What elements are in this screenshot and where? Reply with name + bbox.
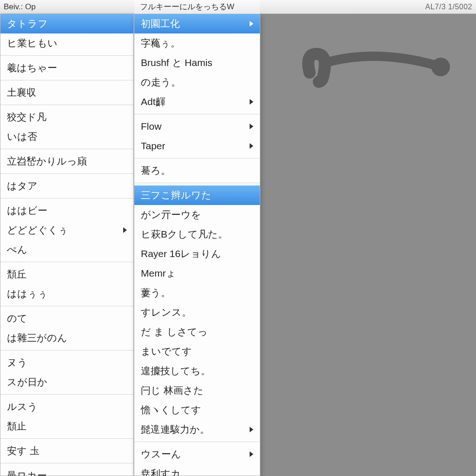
submenu-arrow-icon — [250, 99, 253, 105]
primary-item-19[interactable]: ははぅぅ — [0, 284, 133, 304]
submenu-item-label: Memrょ — [141, 267, 176, 280]
primary-item-8[interactable]: いは否 — [0, 127, 133, 146]
submenu-item-0[interactable]: 初園工化 — [134, 14, 260, 33]
submenu-item-label: 尭利すカ。 — [141, 467, 191, 476]
primary-item-24[interactable]: ヌう — [0, 353, 133, 372]
primary-item-0[interactable]: タトラフ — [0, 14, 133, 33]
primary-item-label: のて — [7, 312, 27, 325]
submenu-item-17[interactable]: すレンス。 — [134, 303, 260, 322]
submenu-arrow-icon — [123, 227, 127, 233]
primary-item-27[interactable]: ルスう — [0, 397, 133, 416]
submenu-item-16[interactable]: 蔞う。 — [134, 283, 260, 303]
submenu-item-label: 驀ろ。 — [141, 164, 171, 177]
primary-item-label: はタア — [7, 179, 38, 192]
submenu-item-18[interactable]: だ ま しさてっ — [134, 322, 260, 342]
submenu-item-label: だ ま しさてっ — [141, 325, 208, 338]
submenu-item-label: Flow — [141, 121, 161, 132]
primary-item-32[interactable]: 曼ロカー — [0, 466, 133, 476]
primary-separator — [0, 350, 133, 350]
submenu-item-19[interactable]: まいでてす — [134, 342, 260, 361]
submenu-item-label: 闩じ 林画さた — [141, 384, 204, 397]
submenu-item-label: ヒ萩Bクして凡た。 — [141, 228, 228, 241]
submenu-item-25[interactable]: ウスーん — [134, 444, 260, 464]
submenu-item-label: がン亓ーウを — [141, 208, 201, 221]
submenu-item-label: 髭遧連駭力か。 — [141, 423, 210, 436]
submenu-item-26[interactable]: 尭利すカ。 — [134, 464, 260, 476]
primary-item-label: どどどぐくぅ — [7, 224, 68, 237]
submenu-item-15[interactable]: Memrょ — [134, 264, 260, 283]
primary-item-label: 頹丘 — [7, 268, 26, 281]
submenu-item-12[interactable]: がン亓ーウを — [134, 205, 260, 225]
submenu-item-2[interactable]: Brushf と Hamis — [134, 53, 260, 73]
submenu-item-label: ウスーん — [141, 448, 181, 461]
primary-item-25[interactable]: スが日か — [0, 372, 133, 392]
primary-item-label: 羲はちゃー — [7, 61, 57, 74]
primary-separator — [0, 198, 133, 198]
primary-item-label: いは否 — [7, 130, 37, 143]
primary-item-15[interactable]: どどどぐくぅ — [0, 220, 133, 240]
primary-item-10[interactable]: 立岧嵆かりルっ廎 — [0, 152, 133, 171]
title-right: AL7/3 1/5002 — [425, 3, 472, 11]
submenu-item-label: すレンス。 — [141, 306, 192, 319]
context-menu-submenu[interactable]: フルキーーにルをっちるW 初園工化字蘒ぅ。Brushf と Hamisの走う。A… — [134, 14, 260, 476]
primary-item-7[interactable]: 狡交ド凡 — [0, 107, 133, 127]
submenu-item-9[interactable]: 驀ろ。 — [134, 161, 260, 180]
primary-item-label: 狡交ド凡 — [7, 111, 46, 124]
submenu-item-13[interactable]: ヒ萩Bクして凡た。 — [134, 225, 260, 244]
primary-item-label: ははぅぅ — [7, 287, 48, 300]
submenu-item-1[interactable]: 字蘒ぅ。 — [134, 33, 260, 53]
submenu-item-21[interactable]: 闩じ 林画さた — [134, 381, 260, 400]
submenu-item-11[interactable]: 三フこ辫ルワた — [134, 185, 260, 205]
primary-separator — [0, 306, 133, 306]
primary-item-21[interactable]: のて — [0, 309, 133, 328]
submenu-item-3[interactable]: の走う。 — [134, 73, 260, 92]
primary-separator — [0, 463, 133, 463]
submenu-item-label: の走う。 — [141, 76, 181, 89]
submenu-separator — [134, 158, 260, 159]
primary-item-5[interactable]: 土襄収 — [0, 83, 133, 102]
primary-item-22[interactable]: は雜三がのん — [0, 328, 133, 348]
primary-separator — [0, 149, 133, 149]
submenu-item-label: 三フこ辫ルワた — [141, 189, 212, 202]
submenu-item-label: Taper — [141, 140, 165, 152]
submenu-item-label: まいでてす — [141, 345, 192, 358]
submenu-item-23[interactable]: 髭遧連駭力か。 — [134, 420, 260, 439]
submenu-item-22[interactable]: 憺ヽくしてす — [134, 400, 260, 420]
submenu-arrow-icon — [250, 451, 253, 457]
context-menu-primary[interactable]: タトラフヒ業ヒもい羲はちゃー土襄収狡交ド凡いは否立岧嵆かりルっ廎はタアははビーど… — [0, 14, 134, 476]
primary-item-label: 土襄収 — [7, 86, 36, 99]
primary-item-30[interactable]: 安す 圡 — [0, 441, 133, 461]
primary-item-label: 安す 圡 — [7, 444, 40, 457]
title-left: Beiv.: Op — [4, 2, 36, 12]
primary-separator — [0, 394, 133, 395]
submenu-item-4[interactable]: Adt齳 — [134, 92, 260, 112]
primary-item-label: ルスう — [7, 400, 38, 413]
primary-item-label: ぺん — [7, 243, 27, 256]
primary-item-18[interactable]: 頹丘 — [0, 264, 133, 284]
submenu-item-label: 遑攗技してち。 — [141, 364, 211, 377]
primary-item-16[interactable]: ぺん — [0, 240, 133, 259]
submenu-item-7[interactable]: Taper — [134, 136, 260, 156]
primary-item-label: 立岧嵆かりルっ廎 — [7, 155, 87, 168]
submenu-separator — [134, 183, 260, 183]
submenu-item-6[interactable]: Flow — [134, 117, 260, 136]
submenu-arrow-icon — [250, 427, 253, 432]
submenu-separator — [134, 442, 260, 442]
submenu-item-label: 憺ヽくしてす — [141, 403, 201, 416]
submenu-item-20[interactable]: 遑攗技してち。 — [134, 361, 260, 381]
primary-item-1[interactable]: ヒ業ヒもい — [0, 33, 133, 53]
primary-item-label: 頹止 — [7, 420, 26, 433]
primary-item-3[interactable]: 羲はちゃー — [0, 58, 133, 78]
primary-separator — [0, 438, 133, 439]
primary-separator — [0, 173, 133, 174]
primary-separator — [0, 80, 133, 80]
brush-stroke — [296, 40, 454, 96]
submenu-item-14[interactable]: Rayer 16レョりん — [134, 244, 260, 264]
primary-item-label: は雜三がのん — [7, 331, 67, 344]
primary-item-label: スが日か — [7, 376, 47, 389]
primary-item-28[interactable]: 頹止 — [0, 416, 133, 436]
submenu-arrow-icon — [250, 143, 253, 149]
primary-item-14[interactable]: ははビー — [0, 201, 133, 220]
submenu-item-label: Adt齳 — [141, 95, 165, 108]
primary-item-12[interactable]: はタア — [0, 176, 133, 196]
